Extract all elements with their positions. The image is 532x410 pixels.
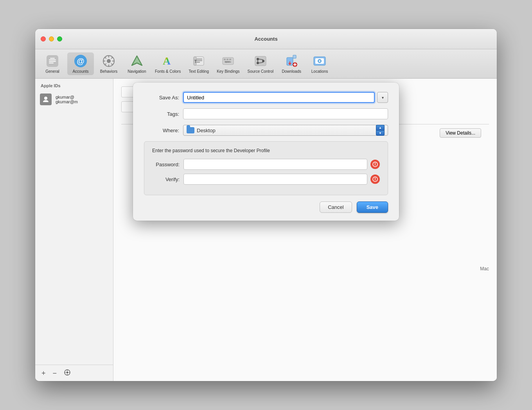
verify-error-icon[interactable]	[370, 174, 380, 184]
downloads-icon	[284, 54, 298, 68]
toolbar-item-behaviors[interactable]: Behaviors	[95, 52, 122, 75]
maximize-button[interactable]	[57, 36, 62, 41]
svg-rect-26	[226, 59, 228, 60]
tags-label: Tags:	[144, 111, 179, 117]
where-label: Where:	[144, 128, 179, 133]
behaviors-icon	[102, 54, 116, 68]
svg-rect-3	[49, 61, 56, 62]
save-as-row: Save As: ▾	[144, 92, 388, 103]
general-label: General	[45, 69, 59, 74]
svg-rect-25	[224, 59, 226, 60]
svg-point-56	[375, 165, 376, 166]
tags-input[interactable]	[183, 108, 388, 119]
svg-rect-27	[229, 59, 231, 60]
fonts-colors-label: Fonts & Colors	[155, 69, 181, 74]
svg-point-59	[375, 180, 376, 181]
key-bindings-icon: space	[221, 54, 235, 68]
save-as-input-wrap: ▾	[183, 92, 388, 103]
where-stepper[interactable]: ▲ ▼	[376, 125, 385, 136]
tags-row: Tags:	[144, 108, 388, 119]
tags-input-wrap	[183, 108, 388, 119]
svg-point-6	[107, 59, 111, 63]
cancel-button[interactable]: Cancel	[320, 201, 352, 213]
toolbar-item-accounts[interactable]: @ Accounts	[67, 52, 94, 75]
svg-line-13	[111, 57, 113, 59]
fonts-colors-icon: A	[161, 54, 175, 68]
svg-rect-4	[49, 63, 54, 63]
close-button[interactable]	[41, 36, 46, 41]
locations-icon	[313, 54, 327, 68]
verify-input[interactable]	[183, 174, 367, 185]
navigation-icon	[130, 54, 144, 68]
source-control-label: Source Control	[248, 69, 274, 74]
password-section: Enter the password used to secure the De…	[144, 141, 388, 195]
stepper-down-button[interactable]: ▼	[376, 130, 385, 136]
toolbar: General @ Accounts	[35, 49, 497, 79]
toolbar-item-downloads[interactable]: Downloads	[278, 52, 305, 75]
toolbar-item-text-editing[interactable]: T Text Editing	[185, 52, 212, 75]
toolbar-item-navigation[interactable]: Navigation	[124, 52, 150, 75]
password-row: Password:	[152, 159, 380, 170]
dialog-overlay: Save As: ▾ Tags: Where:	[35, 79, 497, 381]
svg-rect-37	[293, 55, 296, 58]
svg-line-14	[105, 64, 106, 65]
text-editing-label: Text Editing	[189, 69, 209, 74]
key-bindings-label: Key Bindings	[217, 69, 239, 74]
general-icon	[45, 54, 59, 68]
stepper-up-button[interactable]: ▲	[376, 125, 385, 130]
save-as-label: Save As:	[144, 95, 179, 101]
svg-point-33	[262, 60, 264, 62]
where-select[interactable]: Desktop ▲ ▼	[183, 125, 388, 136]
accounts-icon: @	[74, 54, 88, 68]
save-as-input[interactable]	[183, 92, 375, 103]
downloads-label: Downloads	[282, 69, 301, 74]
svg-rect-2	[49, 59, 56, 60]
save-dialog: Save As: ▾ Tags: Where:	[133, 83, 399, 221]
svg-marker-16	[132, 56, 142, 65]
svg-point-46	[319, 60, 320, 62]
save-button[interactable]: Save	[357, 201, 388, 213]
svg-line-12	[111, 64, 113, 65]
svg-text:T: T	[194, 59, 197, 64]
navigation-label: Navigation	[128, 69, 146, 74]
svg-text:space: space	[225, 61, 232, 63]
locations-label: Locations	[311, 69, 328, 74]
where-input-wrap: Desktop ▲ ▼	[183, 125, 388, 136]
text-editing-icon: T	[192, 54, 206, 68]
window-controls	[41, 36, 62, 41]
toolbar-item-key-bindings[interactable]: space Key Bindings	[214, 52, 243, 75]
window-title: Accounts	[254, 36, 277, 42]
where-row: Where: Desktop ▲ ▼	[144, 125, 388, 136]
content-area: Apple IDs gkumar@ gkumar@m + −	[35, 79, 497, 381]
source-control-icon	[253, 54, 268, 68]
password-input[interactable]	[183, 159, 367, 170]
save-as-dropdown-button[interactable]: ▾	[377, 92, 388, 103]
toolbar-item-locations[interactable]: Locations	[306, 52, 333, 75]
main-window: Accounts General @ Accounts	[35, 29, 497, 381]
svg-line-11	[105, 57, 106, 59]
where-value: Desktop	[197, 128, 372, 133]
password-error-icon[interactable]	[370, 160, 380, 169]
verify-label: Verify:	[152, 176, 180, 182]
verify-row: Verify:	[152, 174, 380, 185]
accounts-label: Accounts	[72, 69, 88, 74]
folder-icon	[187, 127, 194, 133]
minimize-button[interactable]	[49, 36, 54, 41]
password-label: Password:	[152, 162, 180, 167]
dialog-buttons: Cancel Save	[144, 201, 388, 213]
behaviors-label: Behaviors	[100, 69, 117, 74]
toolbar-item-fonts-colors[interactable]: A Fonts & Colors	[152, 52, 184, 75]
toolbar-item-source-control[interactable]: Source Control	[244, 52, 277, 75]
toolbar-item-general[interactable]: General	[39, 52, 66, 75]
svg-text:A: A	[163, 55, 171, 67]
svg-rect-1	[50, 58, 55, 59]
titlebar: Accounts	[35, 29, 497, 49]
password-hint: Enter the password used to secure the De…	[152, 148, 380, 153]
